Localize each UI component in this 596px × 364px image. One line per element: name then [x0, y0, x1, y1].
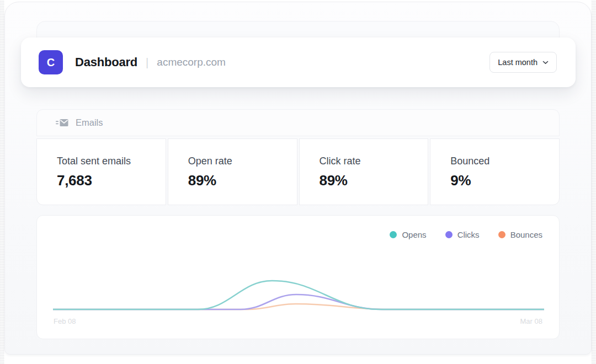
emails-section-header: Emails — [36, 109, 560, 136]
opens-legend-dot-icon — [390, 231, 397, 238]
stat-label: Click rate — [320, 156, 417, 167]
emails-section-title: Emails — [76, 117, 103, 128]
title-separator: | — [146, 56, 148, 69]
stat-label: Total sent emails — [57, 156, 155, 167]
legend-item-clicks[interactable]: Clicks — [445, 230, 480, 239]
page-title: Dashboard — [75, 55, 137, 69]
mail-icon — [56, 118, 68, 127]
chevron-down-icon — [542, 61, 549, 65]
stat-open-rate: Open rate 89% — [168, 138, 297, 205]
legend-label: Opens — [402, 230, 426, 239]
email-metrics-chart — [53, 254, 544, 316]
site-domain: acmecorp.com — [157, 56, 226, 68]
date-range-selector[interactable]: Last month — [489, 52, 557, 73]
legend-label: Bounces — [510, 230, 542, 239]
legend-item-opens[interactable]: Opens — [390, 230, 426, 239]
date-range-label: Last month — [498, 58, 538, 67]
stat-label: Open rate — [188, 156, 286, 167]
edge-noise-left — [0, 0, 4, 364]
chart-legend: Opens Clicks Bounces — [390, 230, 542, 239]
clicks-legend-dot-icon — [445, 231, 453, 238]
email-stats-row: Total sent emails 7,683 Open rate 89% Cl… — [36, 138, 560, 205]
stat-value: 7,683 — [57, 172, 155, 189]
edge-noise-right — [592, 0, 596, 364]
stat-value: 9% — [450, 172, 548, 189]
header-bar: C Dashboard | acmecorp.com Last month — [21, 38, 576, 87]
app-logo-letter: C — [47, 56, 55, 69]
app-logo: C — [39, 50, 63, 74]
legend-label: Clicks — [457, 230, 480, 239]
legend-item-bounces[interactable]: Bounces — [498, 230, 542, 239]
stat-total-sent-emails: Total sent emails 7,683 — [36, 138, 166, 205]
x-axis-end-label: Mar 08 — [520, 317, 542, 325]
bounces-legend-dot-icon — [498, 231, 505, 238]
stat-bounced: Bounced 9% — [430, 138, 560, 205]
stat-click-rate: Click rate 89% — [299, 138, 429, 205]
email-metrics-chart-card: Opens Clicks Bounces Feb 08 Mar 08 — [36, 215, 560, 339]
x-axis-start-label: Feb 08 — [54, 317, 76, 325]
stat-label: Bounced — [450, 156, 548, 167]
stat-value: 89% — [188, 172, 286, 189]
stat-value: 89% — [320, 172, 417, 189]
